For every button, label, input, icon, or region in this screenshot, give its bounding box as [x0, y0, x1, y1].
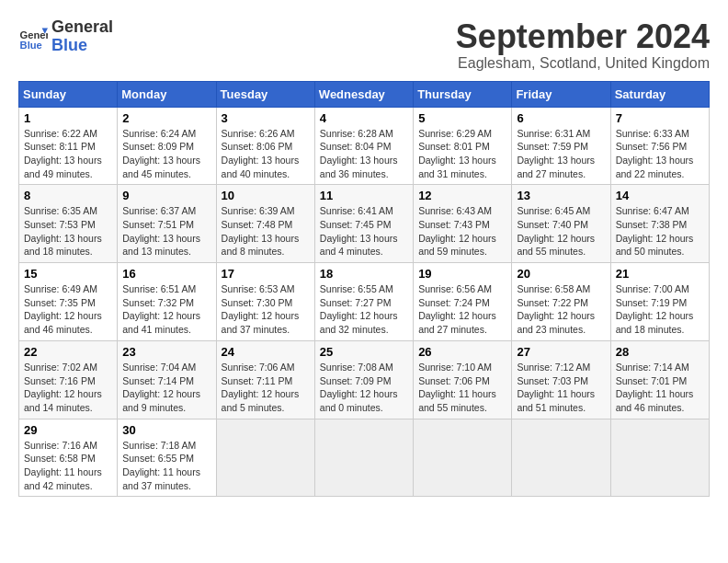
month-title: September 2024 — [456, 18, 710, 55]
calendar-week-row-3: 15 Sunrise: 6:49 AM Sunset: 7:35 PM Dayl… — [19, 263, 710, 341]
day-info-17: Sunrise: 6:53 AM Sunset: 7:30 PM Dayligh… — [222, 282, 310, 337]
calendar-week-row-1: 1 Sunrise: 6:22 AM Sunset: 8:11 PM Dayli… — [19, 107, 710, 185]
calendar-week-row-4: 22 Sunrise: 7:02 AM Sunset: 7:16 PM Dayl… — [19, 340, 710, 419]
day-number-22: 22 — [24, 345, 112, 359]
day-cell-21: 21 Sunrise: 7:00 AM Sunset: 7:19 PM Dayl… — [610, 263, 709, 341]
day-number-24: 24 — [222, 345, 310, 359]
location-subtitle: Eaglesham, Scotland, United Kingdom — [456, 55, 710, 72]
weekday-header-sunday: Sunday — [19, 81, 118, 107]
day-number-2: 2 — [122, 111, 210, 125]
day-info-10: Sunrise: 6:39 AM Sunset: 7:48 PM Dayligh… — [222, 204, 310, 259]
day-cell-4: 4 Sunrise: 6:28 AM Sunset: 8:04 PM Dayli… — [314, 107, 413, 185]
day-info-5: Sunrise: 6:29 AM Sunset: 8:01 PM Dayligh… — [418, 127, 506, 181]
day-number-11: 11 — [320, 189, 408, 202]
weekday-header-wednesday: Wednesday — [314, 81, 413, 107]
empty-cell — [414, 419, 512, 497]
day-number-7: 7 — [616, 111, 704, 125]
day-info-15: Sunrise: 6:49 AM Sunset: 7:35 PM Dayligh… — [24, 282, 112, 337]
calendar-week-row-5: 29 Sunrise: 7:16 AM Sunset: 6:58 PM Dayl… — [19, 419, 710, 497]
logo-text: General Blue — [51, 18, 113, 55]
day-info-2: Sunrise: 6:24 AM Sunset: 8:09 PM Dayligh… — [122, 127, 210, 181]
empty-cell — [314, 419, 413, 497]
day-info-23: Sunrise: 7:04 AM Sunset: 7:14 PM Dayligh… — [122, 361, 210, 415]
day-cell-16: 16 Sunrise: 6:51 AM Sunset: 7:32 PM Dayl… — [118, 263, 216, 341]
day-info-11: Sunrise: 6:41 AM Sunset: 7:45 PM Dayligh… — [320, 204, 408, 259]
day-number-13: 13 — [517, 189, 605, 202]
day-cell-5: 5 Sunrise: 6:29 AM Sunset: 8:01 PM Dayli… — [414, 107, 512, 185]
day-info-14: Sunrise: 6:47 AM Sunset: 7:38 PM Dayligh… — [616, 204, 704, 259]
day-number-17: 17 — [222, 267, 310, 281]
day-info-25: Sunrise: 7:08 AM Sunset: 7:09 PM Dayligh… — [320, 361, 408, 415]
day-number-5: 5 — [418, 111, 506, 125]
day-cell-30: 30 Sunrise: 7:18 AM Sunset: 6:55 PM Dayl… — [118, 419, 216, 497]
empty-cell — [512, 419, 610, 497]
day-cell-23: 23 Sunrise: 7:04 AM Sunset: 7:14 PM Dayl… — [118, 340, 216, 419]
day-info-26: Sunrise: 7:10 AM Sunset: 7:06 PM Dayligh… — [418, 361, 506, 415]
day-cell-19: 19 Sunrise: 6:56 AM Sunset: 7:24 PM Dayl… — [414, 263, 512, 341]
empty-cell — [610, 419, 709, 497]
day-info-29: Sunrise: 7:16 AM Sunset: 6:58 PM Dayligh… — [24, 439, 112, 493]
day-info-9: Sunrise: 6:37 AM Sunset: 7:51 PM Dayligh… — [122, 204, 210, 259]
svg-text:Blue: Blue — [20, 40, 42, 51]
day-number-9: 9 — [122, 189, 210, 202]
weekday-header-saturday: Saturday — [610, 81, 709, 107]
day-cell-26: 26 Sunrise: 7:10 AM Sunset: 7:06 PM Dayl… — [414, 340, 512, 419]
weekday-header-monday: Monday — [118, 81, 216, 107]
logo-icon: General Blue — [18, 22, 48, 52]
day-cell-13: 13 Sunrise: 6:45 AM Sunset: 7:40 PM Dayl… — [512, 185, 610, 263]
day-number-18: 18 — [320, 267, 408, 281]
day-info-13: Sunrise: 6:45 AM Sunset: 7:40 PM Dayligh… — [517, 204, 605, 259]
day-cell-18: 18 Sunrise: 6:55 AM Sunset: 7:27 PM Dayl… — [314, 263, 413, 341]
day-info-18: Sunrise: 6:55 AM Sunset: 7:27 PM Dayligh… — [320, 282, 408, 337]
weekday-header-tuesday: Tuesday — [216, 81, 314, 107]
empty-cell — [216, 419, 314, 497]
day-number-21: 21 — [616, 267, 704, 281]
calendar-week-row-2: 8 Sunrise: 6:35 AM Sunset: 7:53 PM Dayli… — [19, 185, 710, 263]
day-cell-12: 12 Sunrise: 6:43 AM Sunset: 7:43 PM Dayl… — [414, 185, 512, 263]
day-cell-28: 28 Sunrise: 7:14 AM Sunset: 7:01 PM Dayl… — [610, 340, 709, 419]
day-cell-27: 27 Sunrise: 7:12 AM Sunset: 7:03 PM Dayl… — [512, 340, 610, 419]
logo: General Blue General Blue — [18, 18, 113, 55]
day-number-27: 27 — [517, 345, 605, 359]
day-info-19: Sunrise: 6:56 AM Sunset: 7:24 PM Dayligh… — [418, 282, 506, 337]
day-info-6: Sunrise: 6:31 AM Sunset: 7:59 PM Dayligh… — [517, 127, 605, 181]
day-number-14: 14 — [616, 189, 704, 202]
day-cell-14: 14 Sunrise: 6:47 AM Sunset: 7:38 PM Dayl… — [610, 185, 709, 263]
day-cell-2: 2 Sunrise: 6:24 AM Sunset: 8:09 PM Dayli… — [118, 107, 216, 185]
day-number-4: 4 — [320, 111, 408, 125]
day-number-30: 30 — [122, 423, 210, 437]
day-number-3: 3 — [222, 111, 310, 125]
day-number-29: 29 — [24, 423, 112, 437]
day-number-15: 15 — [24, 267, 112, 281]
day-cell-3: 3 Sunrise: 6:26 AM Sunset: 8:06 PM Dayli… — [216, 107, 314, 185]
day-cell-10: 10 Sunrise: 6:39 AM Sunset: 7:48 PM Dayl… — [216, 185, 314, 263]
day-cell-17: 17 Sunrise: 6:53 AM Sunset: 7:30 PM Dayl… — [216, 263, 314, 341]
day-info-4: Sunrise: 6:28 AM Sunset: 8:04 PM Dayligh… — [320, 127, 408, 181]
day-cell-24: 24 Sunrise: 7:06 AM Sunset: 7:11 PM Dayl… — [216, 340, 314, 419]
day-number-8: 8 — [24, 189, 112, 202]
day-cell-7: 7 Sunrise: 6:33 AM Sunset: 7:56 PM Dayli… — [610, 107, 709, 185]
weekday-header-friday: Friday — [512, 81, 610, 107]
day-info-20: Sunrise: 6:58 AM Sunset: 7:22 PM Dayligh… — [517, 282, 605, 337]
day-info-16: Sunrise: 6:51 AM Sunset: 7:32 PM Dayligh… — [122, 282, 210, 337]
day-number-26: 26 — [418, 345, 506, 359]
day-cell-8: 8 Sunrise: 6:35 AM Sunset: 7:53 PM Dayli… — [19, 185, 118, 263]
day-cell-25: 25 Sunrise: 7:08 AM Sunset: 7:09 PM Dayl… — [314, 340, 413, 419]
day-number-19: 19 — [418, 267, 506, 281]
day-number-23: 23 — [122, 345, 210, 359]
calendar-table: SundayMondayTuesdayWednesdayThursdayFrid… — [18, 81, 710, 498]
day-cell-15: 15 Sunrise: 6:49 AM Sunset: 7:35 PM Dayl… — [19, 263, 118, 341]
day-number-28: 28 — [616, 345, 704, 359]
day-number-6: 6 — [517, 111, 605, 125]
day-number-25: 25 — [320, 345, 408, 359]
day-cell-20: 20 Sunrise: 6:58 AM Sunset: 7:22 PM Dayl… — [512, 263, 610, 341]
page-header: General Blue General Blue September 2024… — [18, 18, 710, 72]
day-info-8: Sunrise: 6:35 AM Sunset: 7:53 PM Dayligh… — [24, 204, 112, 259]
day-number-10: 10 — [222, 189, 310, 202]
day-number-1: 1 — [24, 111, 112, 125]
title-block: September 2024 Eaglesham, Scotland, Unit… — [456, 18, 710, 72]
day-number-20: 20 — [517, 267, 605, 281]
day-info-24: Sunrise: 7:06 AM Sunset: 7:11 PM Dayligh… — [222, 361, 310, 415]
day-info-28: Sunrise: 7:14 AM Sunset: 7:01 PM Dayligh… — [616, 361, 704, 415]
day-cell-11: 11 Sunrise: 6:41 AM Sunset: 7:45 PM Dayl… — [314, 185, 413, 263]
